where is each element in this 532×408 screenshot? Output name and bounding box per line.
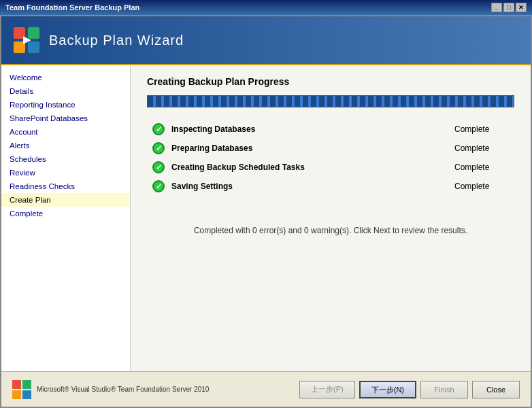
footer-logo-text: Microsoft® Visual Studio® Team Foundatio… [37,386,209,393]
footer: Microsoft® Visual Studio® Team Foundatio… [1,371,531,407]
content-title: Creating Backup Plan Progress [147,76,514,87]
task-row: ✓Saving SettingsComplete [147,177,514,196]
sidebar-item-create-plan[interactable]: Create Plan [1,193,130,207]
minimize-button[interactable]: _ [491,3,502,12]
task-status: Complete [454,182,509,191]
next-button[interactable]: 下一步(N) [359,381,416,398]
footer-buttons: 上一步(P) 下一步(N) Finish Close [299,381,520,398]
sidebar-item-readiness-checks[interactable]: Readiness Checks [1,180,130,193]
header-banner: ▶ Backup Plan Wizard [1,16,531,65]
task-name: Saving Settings [171,182,448,191]
svg-rect-6 [22,380,31,389]
back-button[interactable]: 上一步(P) [299,381,355,398]
task-name: Creating Backup Scheduled Tasks [171,163,448,172]
sidebar-item-details[interactable]: Details [1,84,130,98]
check-icon: ✓ [152,180,165,192]
task-list: ✓Inspecting DatabasesComplete✓Preparing … [147,120,514,196]
sidebar-item-review[interactable]: Review [1,166,130,180]
check-icon: ✓ [152,142,165,154]
sidebar-item-sharepoint-databases[interactable]: SharePoint Databases [1,112,130,125]
title-bar-text: Team Foundation Server Backup Plan [5,3,139,12]
progress-bar [147,95,514,107]
header-title: Backup Plan Wizard [49,33,184,48]
finish-button[interactable]: Finish [420,381,468,398]
close-button[interactable]: Close [472,381,520,398]
task-status: Complete [454,124,509,134]
check-icon: ✓ [152,123,165,135]
task-row: ✓Creating Backup Scheduled TasksComplete [147,158,514,177]
maximize-button[interactable]: □ [503,3,514,12]
sidebar-item-schedules[interactable]: Schedules [1,152,130,166]
close-button[interactable]: ✕ [516,3,527,12]
sidebar-item-reporting-instance[interactable]: Reporting Instance [1,98,130,112]
svg-rect-7 [12,390,21,399]
check-icon: ✓ [152,161,165,173]
wizard-icon: ▶ [12,26,41,54]
sidebar-item-account[interactable]: Account [1,125,130,139]
sidebar-item-welcome[interactable]: Welcome [1,71,130,84]
task-name: Preparing Databases [171,143,448,153]
sidebar-item-alerts[interactable]: Alerts [1,139,130,152]
task-row: ✓Preparing DatabasesComplete [147,139,514,158]
task-status: Complete [454,143,509,153]
sidebar-item-complete[interactable]: Complete [1,207,130,220]
completion-message: Completed with 0 error(s) and 0 warning(… [147,218,514,243]
task-status: Complete [454,163,509,172]
main-window: ▶ Backup Plan Wizard WelcomeDetailsRepor… [0,15,532,408]
task-name: Inspecting Databases [171,124,448,134]
title-bar: Team Foundation Server Backup Plan _ □ ✕ [0,0,532,15]
footer-logo: Microsoft® Visual Studio® Team Foundatio… [12,380,209,399]
body: WelcomeDetailsReporting InstanceSharePoi… [1,65,531,371]
svg-text:▶: ▶ [23,34,31,45]
svg-rect-8 [22,390,31,399]
content-area: Creating Backup Plan Progress ✓Inspectin… [131,65,531,371]
sidebar: WelcomeDetailsReporting InstanceSharePoi… [1,65,131,371]
title-bar-controls: _ □ ✕ [491,3,527,12]
vs-logo-icon [12,380,31,399]
task-row: ✓Inspecting DatabasesComplete [147,120,514,139]
svg-rect-5 [12,380,21,389]
